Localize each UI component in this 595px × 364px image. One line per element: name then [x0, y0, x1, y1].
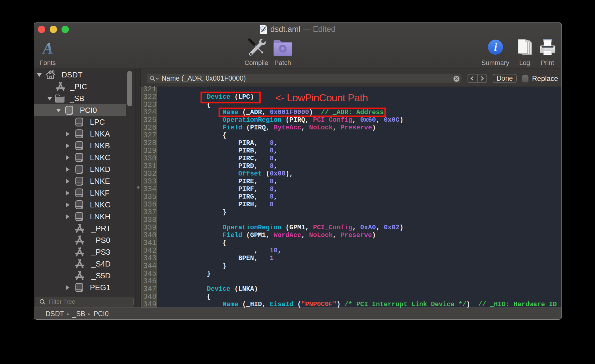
svg-text:i: i	[494, 41, 497, 53]
svg-text:A: A	[42, 40, 53, 56]
